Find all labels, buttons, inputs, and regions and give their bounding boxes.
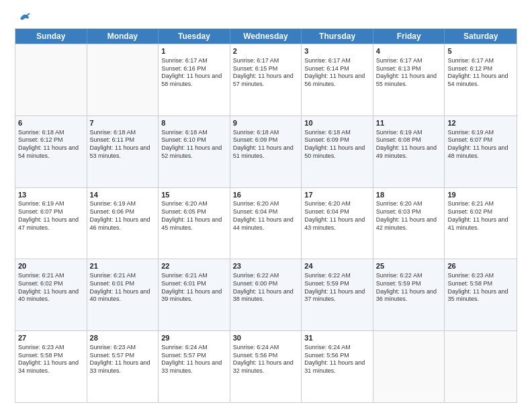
calendar-cell: 30Sunrise: 6:24 AMSunset: 5:56 PMDayligh…: [230, 331, 302, 402]
day-number: 14: [90, 190, 156, 200]
cell-info: Sunrise: 6:18 AMSunset: 6:11 PMDaylight:…: [90, 129, 156, 161]
calendar-cell: 31Sunrise: 6:24 AMSunset: 5:56 PMDayligh…: [302, 331, 373, 402]
day-number: 5: [447, 46, 514, 56]
cell-info: Sunrise: 6:18 AMSunset: 6:12 PMDaylight:…: [18, 129, 84, 161]
calendar-cell: [15, 44, 87, 116]
cell-info: Sunrise: 6:17 AMSunset: 6:15 PMDaylight:…: [233, 57, 299, 89]
cell-info: Sunrise: 6:22 AMSunset: 5:59 PMDaylight:…: [376, 272, 442, 304]
day-number: 28: [90, 333, 156, 343]
cell-info: Sunrise: 6:23 AMSunset: 5:57 PMDaylight:…: [90, 344, 156, 375]
calendar-cell: 6Sunrise: 6:18 AMSunset: 6:12 PMDaylight…: [15, 116, 87, 187]
calendar-row: 27Sunrise: 6:23 AMSunset: 5:58 PMDayligh…: [15, 330, 517, 402]
day-number: 18: [376, 190, 442, 200]
calendar-cell: 22Sunrise: 6:21 AMSunset: 6:01 PMDayligh…: [159, 259, 230, 330]
cell-info: Sunrise: 6:18 AMSunset: 6:09 PMDaylight:…: [233, 129, 299, 161]
calendar-cell: [445, 331, 517, 402]
calendar-day-header: Friday: [373, 29, 445, 44]
calendar-cell: 5Sunrise: 6:17 AMSunset: 6:12 PMDaylight…: [445, 44, 517, 116]
day-number: 31: [304, 333, 370, 343]
cell-info: Sunrise: 6:18 AMSunset: 6:10 PMDaylight:…: [161, 129, 227, 161]
cell-info: Sunrise: 6:21 AMSunset: 6:01 PMDaylight:…: [161, 272, 227, 304]
calendar-cell: 13Sunrise: 6:19 AMSunset: 6:07 PMDayligh…: [15, 188, 87, 259]
calendar: SundayMondayTuesdayWednesdayThursdayFrid…: [15, 28, 517, 403]
cell-info: Sunrise: 6:17 AMSunset: 6:13 PMDaylight:…: [376, 57, 442, 89]
calendar-cell: 10Sunrise: 6:18 AMSunset: 6:09 PMDayligh…: [302, 116, 373, 187]
page: SundayMondayTuesdayWednesdayThursdayFrid…: [0, 0, 532, 411]
calendar-cell: 23Sunrise: 6:22 AMSunset: 6:00 PMDayligh…: [230, 259, 302, 330]
cell-info: Sunrise: 6:22 AMSunset: 5:59 PMDaylight:…: [304, 272, 370, 304]
calendar-cell: [373, 331, 445, 402]
calendar-cell: 1Sunrise: 6:17 AMSunset: 6:16 PMDaylight…: [159, 44, 230, 116]
cell-info: Sunrise: 6:21 AMSunset: 6:02 PMDaylight:…: [18, 272, 84, 304]
cell-info: Sunrise: 6:24 AMSunset: 5:57 PMDaylight:…: [161, 344, 227, 375]
calendar-cell: 25Sunrise: 6:22 AMSunset: 5:59 PMDayligh…: [373, 259, 445, 330]
calendar-day-header: Monday: [87, 29, 159, 44]
day-number: 20: [18, 261, 84, 271]
day-number: 21: [90, 261, 156, 271]
calendar-cell: 20Sunrise: 6:21 AMSunset: 6:02 PMDayligh…: [15, 259, 87, 330]
cell-info: Sunrise: 6:24 AMSunset: 5:56 PMDaylight:…: [304, 344, 370, 375]
logo-bird-icon: [19, 12, 31, 21]
day-number: 2: [233, 46, 299, 56]
cell-info: Sunrise: 6:24 AMSunset: 5:56 PMDaylight:…: [233, 344, 299, 375]
cell-info: Sunrise: 6:19 AMSunset: 6:06 PMDaylight:…: [90, 200, 156, 232]
day-number: 4: [376, 46, 442, 56]
day-number: 22: [161, 261, 227, 271]
day-number: 26: [447, 261, 514, 271]
calendar-header: SundayMondayTuesdayWednesdayThursdayFrid…: [15, 29, 517, 44]
calendar-cell: 11Sunrise: 6:19 AMSunset: 6:08 PMDayligh…: [373, 116, 445, 187]
cell-info: Sunrise: 6:20 AMSunset: 6:04 PMDaylight:…: [233, 200, 299, 232]
calendar-body: 1Sunrise: 6:17 AMSunset: 6:16 PMDaylight…: [15, 44, 517, 402]
day-number: 12: [447, 118, 514, 128]
cell-info: Sunrise: 6:21 AMSunset: 6:01 PMDaylight:…: [90, 272, 156, 304]
calendar-row: 13Sunrise: 6:19 AMSunset: 6:07 PMDayligh…: [15, 187, 517, 259]
logo-text: [15, 12, 31, 21]
day-number: 24: [304, 261, 370, 271]
day-number: 16: [233, 190, 299, 200]
calendar-cell: 16Sunrise: 6:20 AMSunset: 6:04 PMDayligh…: [230, 188, 302, 259]
calendar-row: 6Sunrise: 6:18 AMSunset: 6:12 PMDaylight…: [15, 116, 517, 187]
calendar-day-header: Thursday: [302, 29, 373, 44]
day-number: 6: [18, 118, 84, 128]
cell-info: Sunrise: 6:20 AMSunset: 6:05 PMDaylight:…: [161, 200, 227, 232]
day-number: 8: [161, 118, 227, 128]
calendar-cell: 27Sunrise: 6:23 AMSunset: 5:58 PMDayligh…: [15, 331, 87, 402]
cell-info: Sunrise: 6:19 AMSunset: 6:07 PMDaylight:…: [18, 200, 84, 232]
cell-info: Sunrise: 6:20 AMSunset: 6:03 PMDaylight:…: [376, 200, 442, 232]
calendar-cell: 3Sunrise: 6:17 AMSunset: 6:14 PMDaylight…: [302, 44, 373, 116]
day-number: 15: [161, 190, 227, 200]
calendar-cell: 8Sunrise: 6:18 AMSunset: 6:10 PMDaylight…: [159, 116, 230, 187]
day-number: 7: [90, 118, 156, 128]
calendar-cell: 29Sunrise: 6:24 AMSunset: 5:57 PMDayligh…: [159, 331, 230, 402]
day-number: 10: [304, 118, 370, 128]
calendar-cell: 14Sunrise: 6:19 AMSunset: 6:06 PMDayligh…: [87, 188, 159, 259]
calendar-cell: 26Sunrise: 6:23 AMSunset: 5:58 PMDayligh…: [445, 259, 517, 330]
calendar-row: 1Sunrise: 6:17 AMSunset: 6:16 PMDaylight…: [15, 44, 517, 116]
calendar-cell: 17Sunrise: 6:20 AMSunset: 6:04 PMDayligh…: [302, 188, 373, 259]
calendar-cell: 28Sunrise: 6:23 AMSunset: 5:57 PMDayligh…: [87, 331, 159, 402]
calendar-day-header: Tuesday: [159, 29, 230, 44]
cell-info: Sunrise: 6:20 AMSunset: 6:04 PMDaylight:…: [304, 200, 370, 232]
day-number: 17: [304, 190, 370, 200]
calendar-cell: 18Sunrise: 6:20 AMSunset: 6:03 PMDayligh…: [373, 188, 445, 259]
cell-info: Sunrise: 6:23 AMSunset: 5:58 PMDaylight:…: [18, 344, 84, 375]
day-number: 1: [161, 46, 227, 56]
day-number: 23: [233, 261, 299, 271]
cell-info: Sunrise: 6:21 AMSunset: 6:02 PMDaylight:…: [447, 200, 514, 232]
day-number: 30: [233, 333, 299, 343]
cell-info: Sunrise: 6:19 AMSunset: 6:07 PMDaylight:…: [447, 129, 514, 161]
calendar-day-header: Saturday: [445, 29, 517, 44]
cell-info: Sunrise: 6:17 AMSunset: 6:16 PMDaylight:…: [161, 57, 227, 89]
calendar-cell: 4Sunrise: 6:17 AMSunset: 6:13 PMDaylight…: [373, 44, 445, 116]
calendar-row: 20Sunrise: 6:21 AMSunset: 6:02 PMDayligh…: [15, 259, 517, 330]
calendar-cell: 15Sunrise: 6:20 AMSunset: 6:05 PMDayligh…: [159, 188, 230, 259]
day-number: 11: [376, 118, 442, 128]
cell-info: Sunrise: 6:18 AMSunset: 6:09 PMDaylight:…: [304, 129, 370, 161]
calendar-day-header: Wednesday: [230, 29, 302, 44]
day-number: 27: [18, 333, 84, 343]
calendar-cell: 24Sunrise: 6:22 AMSunset: 5:59 PMDayligh…: [302, 259, 373, 330]
cell-info: Sunrise: 6:23 AMSunset: 5:58 PMDaylight:…: [447, 272, 514, 304]
calendar-cell: [87, 44, 159, 116]
cell-info: Sunrise: 6:17 AMSunset: 6:14 PMDaylight:…: [304, 57, 370, 89]
cell-info: Sunrise: 6:19 AMSunset: 6:08 PMDaylight:…: [376, 129, 442, 161]
